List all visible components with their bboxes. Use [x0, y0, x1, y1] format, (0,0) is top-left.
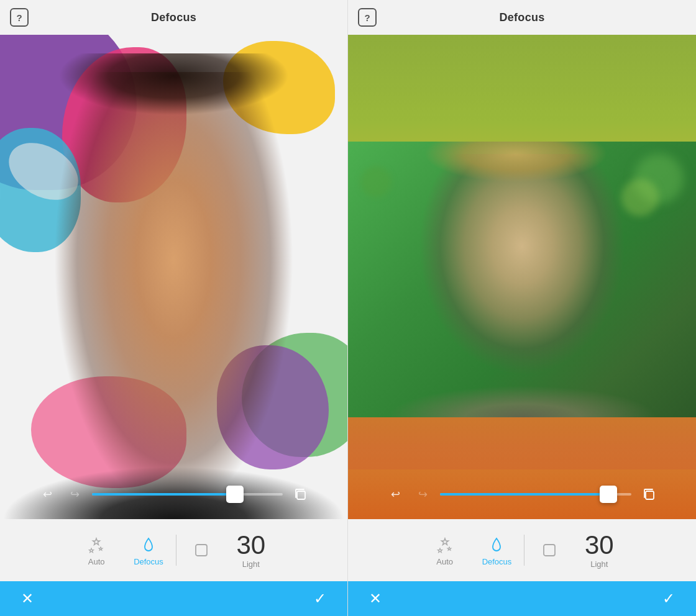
right-slider-area: ↩ ↪: [348, 469, 696, 519]
right-defocus-icon: [487, 535, 506, 555]
left-value-display: 30 Light: [226, 527, 276, 574]
right-slider-thumb[interactable]: [600, 486, 617, 503]
right-photo-inner: [348, 142, 696, 418]
left-light-button[interactable]: [176, 535, 226, 565]
svg-rect-2: [646, 491, 654, 499]
right-defocus-button[interactable]: Defocus: [470, 530, 524, 571]
left-action-bar: ✕ ✓: [0, 581, 347, 616]
right-title: Defocus: [499, 11, 544, 24]
left-defocus-button[interactable]: Defocus: [121, 530, 176, 571]
left-value-number: 30: [236, 532, 265, 558]
left-cancel-button[interactable]: ✕: [15, 586, 40, 611]
right-defocus-label: Defocus: [482, 557, 512, 566]
right-redo-button[interactable]: ↪: [413, 484, 433, 504]
right-slider-fill: [440, 493, 608, 496]
right-auto-icon: [435, 535, 455, 555]
copy-icon: [293, 487, 307, 501]
right-action-bar: ✕ ✓: [348, 581, 696, 616]
left-auto-icon: [86, 535, 106, 555]
svg-rect-0: [297, 491, 305, 499]
left-toolbar: Auto Defocus 30 Light: [0, 519, 347, 581]
left-auto-label: Auto: [88, 557, 105, 566]
right-light-button[interactable]: [524, 535, 574, 565]
right-auto-button[interactable]: Auto: [420, 530, 470, 571]
left-defocus-icon: [139, 535, 158, 555]
right-auto-label: Auto: [436, 557, 453, 566]
svg-rect-3: [544, 545, 555, 556]
right-header: ? Defocus: [348, 0, 696, 35]
left-title: Defocus: [151, 11, 196, 24]
right-value-label: Light: [590, 559, 608, 569]
left-redo-button[interactable]: ↪: [65, 484, 85, 504]
left-help-button[interactable]: ?: [10, 8, 29, 27]
left-defocus-label: Defocus: [134, 557, 163, 566]
left-header: ? Defocus: [0, 0, 347, 35]
right-help-button[interactable]: ?: [358, 8, 377, 27]
right-copy-icon: [642, 487, 656, 501]
right-value-number: 30: [585, 532, 614, 558]
left-copy-button[interactable]: [290, 484, 310, 504]
left-image-container: ↩ ↪: [0, 35, 347, 519]
right-value-display: 30 Light: [574, 527, 624, 574]
svg-rect-1: [196, 545, 207, 556]
right-confirm-button[interactable]: ✓: [656, 586, 681, 611]
left-photo: [0, 35, 347, 519]
left-confirm-button[interactable]: ✓: [308, 586, 332, 611]
right-toolbar: Auto Defocus 30 Light: [348, 519, 696, 581]
left-panel: ? Defocus: [0, 0, 348, 616]
right-copy-button[interactable]: [639, 484, 659, 504]
left-slider-fill: [92, 493, 235, 496]
left-undo-button[interactable]: ↩: [37, 484, 57, 504]
left-slider-area: ↩ ↪: [0, 469, 347, 519]
right-image-container: ↩ ↪: [348, 35, 696, 519]
left-slider-thumb[interactable]: [226, 486, 244, 503]
right-light-icon: [539, 540, 559, 560]
right-slider-track[interactable]: [440, 493, 631, 496]
left-light-icon: [191, 540, 211, 560]
left-slider-track[interactable]: [92, 493, 283, 496]
left-value-label: Light: [242, 559, 260, 569]
right-panel: ? Defocus ↩ ↪: [348, 0, 696, 616]
right-cancel-button[interactable]: ✕: [363, 586, 388, 611]
right-undo-button[interactable]: ↩: [385, 484, 405, 504]
left-auto-button[interactable]: Auto: [71, 530, 121, 571]
